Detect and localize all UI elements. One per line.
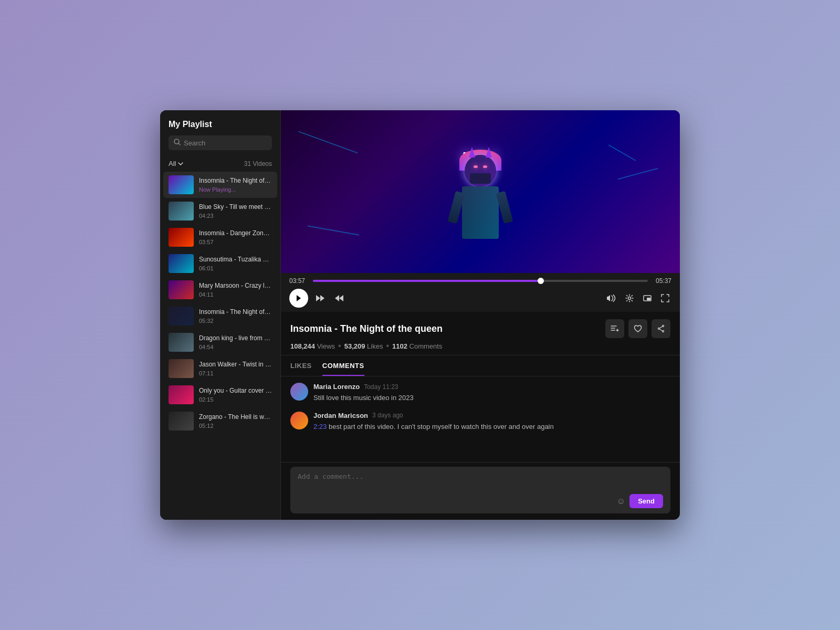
playlist-item[interactable]: Insomnia - Danger Zone Official video 03… — [163, 224, 277, 250]
svg-line-9 — [659, 329, 662, 331]
svg-point-2 — [628, 297, 631, 300]
comment: Jordan Maricson 3 days ago 2:23 best par… — [290, 412, 670, 432]
comment-text: Still love this music video in 2023 — [313, 394, 414, 402]
playlist-item[interactable]: Sunosutima - Tuzalika zata sai 06:01 — [163, 250, 277, 277]
playlist-item[interactable]: Mary Marsoon - Crazy like me! 04:11 — [163, 277, 277, 303]
sidebar-title: My Playlist — [169, 120, 272, 129]
emoji-button[interactable]: ☺ — [617, 497, 625, 506]
tabs-row: LIKES COMMENTS — [281, 356, 680, 376]
playlist-item[interactable]: Insomnia - The Night of the queen 05:32 — [163, 303, 277, 329]
comment-input[interactable] — [298, 472, 663, 491]
timestamp-link[interactable]: 2:23 — [313, 423, 327, 430]
tab-comments[interactable]: COMMENTS — [322, 356, 364, 376]
app-container: My Playlist All 31 Videos — [160, 110, 680, 520]
char-eyes — [474, 165, 487, 168]
comment-actions-row: ☺ Send — [298, 494, 663, 508]
right-controls — [604, 292, 671, 304]
item-info: Jason Walker - Twist in the tail (acoust… — [199, 361, 272, 376]
commenter-name: Jordan Maricson — [313, 412, 368, 419]
like-button[interactable] — [628, 319, 647, 338]
settings-button[interactable] — [623, 292, 636, 304]
search-input[interactable] — [184, 139, 267, 147]
forward-button[interactable] — [332, 292, 346, 304]
item-info: Sunosutima - Tuzalika zata sai 06:01 — [199, 256, 272, 271]
svg-point-6 — [663, 331, 664, 332]
video-frame[interactable]: KDA — [281, 110, 680, 273]
avatar — [290, 412, 308, 429]
item-status: Now Playing... — [199, 186, 272, 193]
filter-dropdown[interactable]: All — [169, 160, 183, 167]
player-controls-area: 03:57 05:37 — [281, 273, 680, 312]
comment-header: Maria Lorenzo Today 11:23 — [313, 383, 670, 391]
add-to-playlist-button[interactable] — [605, 319, 624, 338]
item-duration: 04:54 — [199, 344, 272, 350]
char-head — [465, 155, 496, 186]
share-button[interactable] — [652, 319, 670, 338]
comment-time: 3 days ago — [372, 412, 403, 419]
item-title: Insomnia - Danger Zone Official video — [199, 229, 272, 238]
item-title: Zorgano - The Hell is where I belong — [199, 413, 272, 422]
playlist-item[interactable]: Jason Walker - Twist in the tail (acoust… — [163, 355, 277, 382]
item-duration: 05:32 — [199, 318, 272, 324]
avatar — [290, 383, 308, 401]
commenter-name: Maria Lorenzo — [313, 383, 360, 391]
search-icon — [174, 139, 181, 147]
fullscreen-button[interactable] — [659, 292, 671, 304]
item-info: Only you - Guitar cover by ultra music m… — [199, 387, 272, 403]
playlist-item[interactable]: Dragon king - live from California 04:54 — [163, 329, 277, 355]
item-title: Blue Sky - Till we meet again — [199, 203, 272, 212]
item-info: Mary Marsoon - Crazy like me! 04:11 — [199, 282, 272, 298]
char-arms — [452, 192, 509, 223]
volume-button[interactable] — [604, 292, 618, 304]
tab-likes[interactable]: LIKES — [290, 356, 312, 376]
main-content: KDA — [281, 110, 680, 520]
comment-input-area: ☺ Send — [281, 462, 680, 520]
thumbnail — [169, 385, 194, 404]
playlist-item[interactable]: Zorgano - The Hell is where I belong 05:… — [163, 408, 277, 434]
playlist-item[interactable]: Only you - Guitar cover by ultra music m… — [163, 382, 277, 408]
comments-section[interactable]: Maria Lorenzo Today 11:23 Still love thi… — [281, 376, 680, 462]
svg-line-8 — [659, 327, 662, 328]
char-horns — [469, 147, 492, 158]
svg-line-1 — [178, 143, 181, 145]
play-button[interactable] — [289, 289, 308, 308]
item-info: Blue Sky - Till we meet again 04:23 — [199, 203, 272, 219]
char-mask — [470, 173, 491, 184]
item-info: Insomnia - The Night of the queen 05:32 — [199, 308, 272, 324]
thumbnail — [169, 202, 194, 220]
item-duration: 04:23 — [199, 213, 272, 219]
video-info: Insomnia - The Night of the queen — [281, 312, 680, 355]
thumbnail — [169, 228, 194, 247]
item-info: Insomnia - Danger Zone Official video 03… — [199, 229, 272, 245]
progress-fill — [313, 280, 541, 282]
rewind-button[interactable] — [313, 292, 327, 304]
svg-point-5 — [663, 326, 664, 327]
time-total: 05:37 — [653, 277, 671, 285]
progress-track[interactable] — [313, 280, 648, 282]
video-main-title: Insomnia - The Night of the queen — [290, 323, 443, 334]
item-info: Dragon king - live from California 04:54 — [199, 334, 272, 350]
playback-controls — [289, 289, 671, 308]
thumbnail — [169, 175, 194, 194]
thumbnail — [169, 412, 194, 430]
playlist-item[interactable]: Blue Sky - Till we meet again 04:23 — [163, 198, 277, 224]
thumbnail — [169, 307, 194, 326]
likes-stat: 53,209 Likes — [344, 342, 383, 350]
thumbnail — [169, 359, 194, 378]
sidebar: My Playlist All 31 Videos — [160, 110, 281, 520]
comment-text: 2:23 best part of this video. I can't st… — [313, 423, 554, 430]
playlist-scroll[interactable]: Insomnia - The Night of the queen Now Pl… — [160, 172, 280, 520]
item-duration: 03:57 — [199, 239, 272, 245]
filter-bar: All 31 Videos — [160, 155, 280, 172]
send-button[interactable]: Send — [629, 494, 663, 508]
pip-button[interactable] — [641, 293, 654, 303]
item-title: Mary Marsoon - Crazy like me! — [199, 282, 272, 290]
thumbnail — [169, 333, 194, 352]
item-title: Jason Walker - Twist in the tail (acoust… — [199, 361, 272, 369]
video-player: KDA — [281, 110, 680, 312]
time-current: 03:57 — [289, 277, 308, 285]
thumbnail — [169, 254, 194, 273]
item-duration: 05:12 — [199, 423, 272, 429]
playlist-item[interactable]: Insomnia - The Night of the queen Now Pl… — [163, 172, 277, 198]
comments-stat: 1102 Comments — [392, 342, 442, 350]
